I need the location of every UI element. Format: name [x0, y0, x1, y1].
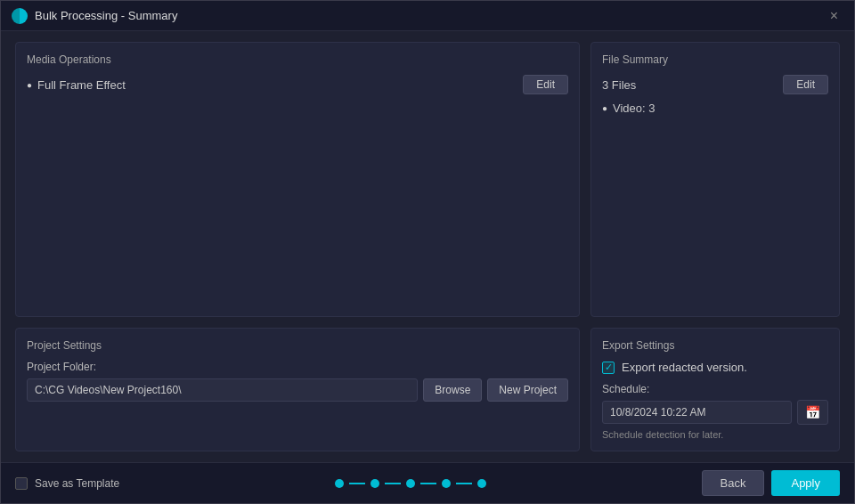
progress-dot-4	[442, 479, 451, 488]
schedule-input[interactable]	[602, 401, 792, 424]
titlebar: Bulk Processing - Summary ×	[1, 1, 854, 31]
progress-dot-5	[477, 479, 486, 488]
frame-effect-label: Full Frame Effect	[37, 78, 126, 92]
bullet-icon: ●	[27, 80, 32, 90]
progress-dot-2	[370, 479, 379, 488]
folder-row: Browse New Project	[27, 378, 568, 402]
bottom-panels: Project Settings Project Folder: Browse …	[15, 328, 840, 451]
top-panels: Media Operations ● Full Frame Effect Edi…	[15, 42, 840, 317]
export-settings-panel: Export Settings ✓ Export redacted versio…	[590, 328, 840, 451]
progress-line-2	[385, 483, 401, 484]
save-template-area: Save as Template	[15, 477, 119, 490]
media-operations-panel: Media Operations ● Full Frame Effect Edi…	[15, 42, 580, 317]
export-checkbox-label: Export redacted version.	[622, 361, 747, 374]
project-folder-input[interactable]	[27, 378, 418, 402]
schedule-label: Schedule:	[602, 383, 828, 395]
project-settings-title: Project Settings	[27, 339, 568, 352]
save-template-label: Save as Template	[35, 477, 119, 490]
export-checkbox-row: ✓ Export redacted version.	[602, 361, 828, 374]
back-button[interactable]: Back	[702, 470, 765, 496]
project-folder-label: Project Folder:	[27, 361, 568, 373]
video-item: ● Video: 3	[602, 102, 828, 115]
video-bullet-icon: ●	[602, 103, 607, 113]
footer: Save as Template Back Apply	[1, 462, 854, 503]
video-count-label: Video: 3	[613, 102, 655, 115]
schedule-input-row: 📅	[602, 400, 828, 425]
footer-buttons: Back Apply	[702, 470, 840, 496]
file-summary-title: File Summary	[602, 53, 828, 66]
calendar-button[interactable]: 📅	[797, 400, 828, 425]
main-window: Bulk Processing - Summary × Media Operat…	[0, 0, 855, 504]
new-project-button[interactable]: New Project	[487, 378, 568, 402]
close-button[interactable]: ×	[825, 7, 843, 25]
progress-dot-1	[335, 479, 344, 488]
project-settings-panel: Project Settings Project Folder: Browse …	[15, 328, 580, 451]
window-title: Bulk Processing - Summary	[35, 9, 825, 22]
progress-dots	[119, 479, 701, 488]
export-settings-title: Export Settings	[602, 339, 828, 352]
check-icon: ✓	[605, 362, 613, 372]
media-operations-title: Media Operations	[27, 53, 568, 66]
progress-dot-3	[406, 479, 415, 488]
file-summary-panel: File Summary 3 Files Edit ● Video: 3	[590, 42, 840, 317]
media-edit-button[interactable]: Edit	[523, 75, 568, 94]
save-template-checkbox[interactable]	[15, 477, 28, 490]
progress-line-1	[349, 483, 365, 484]
progress-line-3	[420, 483, 436, 484]
content-area: Media Operations ● Full Frame Effect Edi…	[1, 31, 854, 462]
schedule-hint: Schedule detection for later.	[602, 429, 828, 440]
export-checkbox[interactable]: ✓	[602, 362, 615, 374]
progress-line-4	[456, 483, 472, 484]
app-logo	[12, 8, 28, 24]
frame-effect-item: ● Full Frame Effect	[27, 78, 126, 92]
apply-button[interactable]: Apply	[771, 470, 840, 496]
files-count-row: 3 Files Edit	[602, 75, 828, 94]
media-item-row: ● Full Frame Effect Edit	[27, 75, 568, 94]
browse-button[interactable]: Browse	[423, 378, 482, 402]
file-edit-button[interactable]: Edit	[783, 75, 828, 94]
files-count: 3 Files	[602, 78, 636, 92]
